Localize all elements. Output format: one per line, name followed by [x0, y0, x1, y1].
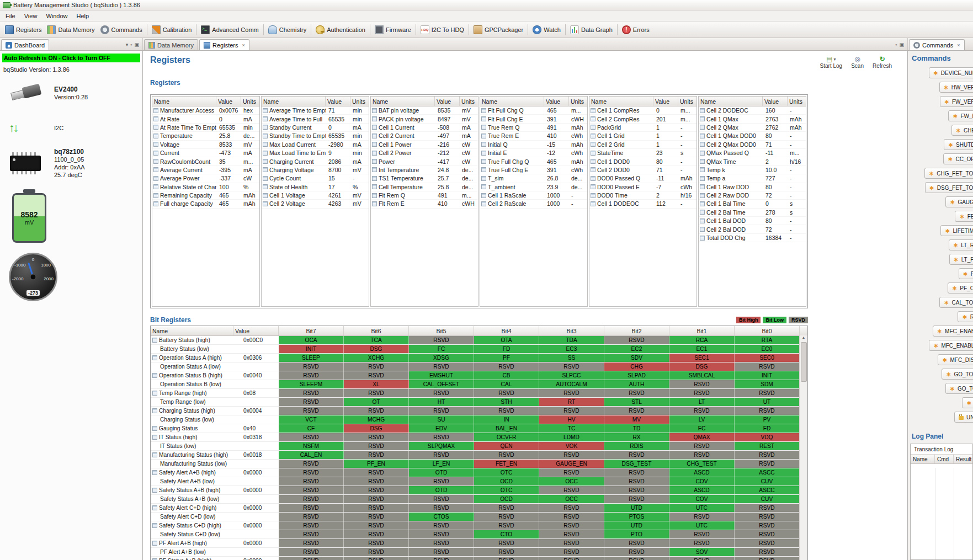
command-fet-en[interactable]: FET_EN — [955, 211, 973, 222]
register-row[interactable]: Full charge Capacity465mAh — [152, 200, 259, 208]
register-row[interactable]: Cell 1 DODEOC112- — [589, 200, 696, 208]
register-row[interactable]: Charging Voltage8700mV — [262, 166, 369, 174]
register-row[interactable]: Cell 2 QMax2762mAh — [699, 124, 806, 132]
bit-register-row[interactable]: Operation Status A (high)0x0306SLEEPXCHG… — [151, 354, 807, 362]
register-row[interactable]: Int Temperature24.8de... — [371, 166, 478, 174]
bit-register-row[interactable]: Charging Status (low)VCTMCHGSUINHVMVLVPV — [151, 415, 807, 424]
bit-register-row[interactable]: Safety Status C+D (low)RSVDRSVDRSVDCTORS… — [151, 530, 807, 539]
register-row[interactable]: Average Power-337cW — [152, 174, 259, 183]
bit-register-row[interactable]: PF Alert A+B (low)RSVDRSVDRSVDRSVDRSVDRS… — [151, 548, 807, 557]
register-row[interactable]: Relative State of Charge100% — [152, 183, 259, 191]
bit-register-row[interactable]: Gauging Status0x40CFDSGEDVBAL_ENTCTDFCFD — [151, 424, 807, 433]
menu-item-view[interactable]: View — [20, 12, 42, 20]
bit-register-row[interactable]: PF Alert A+B (high)0x0000RSVDRSVDRSVDRSV… — [151, 539, 807, 548]
toolbar-item-authentication[interactable]: Authentication — [313, 24, 368, 36]
close-icon[interactable]: × — [242, 42, 245, 48]
register-row[interactable]: Average Current-395mA — [152, 166, 259, 174]
command-chg-fet-toggle[interactable]: CHG_FET_TOGGLE — [924, 168, 973, 179]
command-fw-version[interactable]: FW_VERSION — [940, 96, 973, 107]
register-row[interactable]: Total DOD Chg16384- — [699, 234, 806, 242]
toolbar-item-i2c-to-hdq[interactable]: I2C To HDQ — [418, 24, 467, 36]
minimize-icon[interactable]: ▫ — [130, 42, 132, 47]
register-row[interactable]: At Rate Time To Empty65535min — [152, 124, 259, 132]
register-row[interactable]: Cell 2 Grid1- — [589, 141, 696, 149]
toolbar-item-data-graph[interactable]: Data Graph — [567, 24, 615, 36]
tab-commands[interactable]: Commands × — [909, 39, 965, 50]
register-row[interactable]: Voltage8533mV — [152, 141, 259, 149]
command-shutdown[interactable]: SHUTDOWN — [944, 139, 973, 150]
register-row[interactable]: True Full Chg E391cWh — [480, 166, 587, 174]
command-go-to-hdq[interactable]: GO_TO_HDQ — [942, 369, 973, 380]
command-cc-offset[interactable]: CC_OFFSET — [943, 153, 973, 164]
toolbar-item-advanced-comm[interactable]: Advanced Comm — [198, 24, 261, 36]
command-lt-reset[interactable]: LT_RESET — [949, 239, 973, 250]
command-mfc-disable[interactable]: MFC_DISABLE — [938, 354, 973, 365]
bit-register-row[interactable]: Charging Status (high)0x0004RSVDRSVDRSVD… — [151, 407, 807, 415]
bit-register-row[interactable]: Safety Alert C+D (high)0x0000RSVDRSVDRSV… — [151, 504, 807, 513]
bit-register-row[interactable]: Safety Status A+B (low)RSVDRSVDRSVDOCDOC… — [151, 495, 807, 504]
register-row[interactable]: Cell 1 QMax2763mAh — [699, 115, 806, 123]
command-unseal[interactable]: UNSEAL — [954, 412, 973, 423]
menu-item-file[interactable]: File — [1, 12, 20, 20]
register-row[interactable]: Power-417cW — [371, 157, 478, 166]
register-row[interactable]: DOD0 Time2h/16 — [589, 191, 696, 200]
register-row[interactable]: Initial Q-15mAh — [480, 141, 587, 149]
minimize-icon[interactable]: ▫ — [895, 42, 897, 47]
register-row[interactable]: T_ambient23.9de... — [480, 183, 587, 191]
register-row[interactable]: True Full Chg Q465mAh — [480, 157, 587, 166]
caret-down-icon[interactable]: ▾ — [834, 57, 836, 62]
register-row[interactable]: Temp a727- — [699, 174, 806, 183]
register-row[interactable]: Manufacturer Access0x0076hex — [152, 106, 259, 115]
tab-data-memory[interactable]: Data Memory — [144, 39, 198, 50]
register-row[interactable]: Cell 2 Bal DOD72- — [699, 225, 806, 233]
toolbar-item-firmware[interactable]: Firmware — [372, 24, 414, 36]
toolbar-item-data-memory[interactable]: Data Memory — [44, 24, 97, 36]
register-row[interactable]: Cell 1 QMax DOD080- — [699, 132, 806, 140]
register-row[interactable]: Cell 2 DODEOC160- — [699, 106, 806, 115]
register-row[interactable]: Cell 2 Current-497mA — [371, 132, 478, 140]
register-row[interactable]: QMax Passed Q-11m... — [699, 149, 806, 157]
menu-item-help[interactable]: Help — [72, 12, 94, 20]
register-row[interactable]: Cell 1 Current-508mA — [371, 124, 478, 132]
maximize-icon[interactable]: ▣ — [899, 42, 904, 47]
bit-register-row[interactable]: Battery Status (high)0x00C0OCATCARSVDOTA… — [151, 336, 807, 345]
register-row[interactable]: State of Health17% — [262, 183, 369, 191]
register-row[interactable]: T_sim26.8de... — [480, 174, 587, 183]
bit-register-row[interactable]: Safety Alert C+D (low)RSVDRSVDCTOSRSVDRS… — [151, 513, 807, 521]
register-row[interactable]: Cell 1 RaScale1000- — [480, 191, 587, 200]
command-dsg-fet-toggle[interactable]: DSG_FET_TOGGLE — [925, 182, 973, 193]
menu-item-window[interactable]: Window — [41, 12, 72, 20]
action-start-log[interactable]: ▤▾Start Log — [820, 55, 843, 69]
command-mfc-enable-a[interactable]: MFC_ENABLE_A — [933, 326, 973, 337]
register-row[interactable]: Cell 2 CompRes201m... — [589, 115, 696, 123]
register-row[interactable]: TS1 Temperature25.7de... — [371, 174, 478, 183]
register-row[interactable]: PackGrid1- — [589, 124, 696, 132]
register-row[interactable]: Max Load Current-2980mA — [262, 141, 369, 149]
command-seal[interactable]: SEAL — [962, 397, 973, 408]
command-pf-en[interactable]: PF_EN — [959, 268, 973, 279]
register-row[interactable]: Cell 2 Raw DOD72- — [699, 191, 806, 200]
bit-register-row[interactable]: Temp Range (low)RSVDOTHTSTHRTSTLLTUT — [151, 398, 807, 407]
register-row[interactable]: Cell 1 DOD080- — [589, 157, 696, 166]
command-reset[interactable]: RESET — [958, 311, 973, 322]
action-refresh[interactable]: ↻Refresh — [873, 55, 892, 69]
bit-register-row[interactable]: Operation Status B (high)0x0040RSVDRSVDE… — [151, 371, 807, 380]
bit-register-row[interactable]: IT Status (low)NSFMRSVDSLPQMAXQENVOKRDIS… — [151, 442, 807, 451]
register-row[interactable]: Average Time to Full65535min — [262, 115, 369, 123]
register-row[interactable]: Cell Temperature25.8de... — [371, 183, 478, 191]
register-row[interactable]: True Rem E410cWh — [480, 132, 587, 140]
register-row[interactable]: Cell 1 Bal DOD80- — [699, 217, 806, 225]
register-row[interactable]: Remaining Capacity465mAh — [152, 191, 259, 200]
register-row[interactable]: PACK pin voltage8497mV — [371, 115, 478, 123]
toolbar-item-commands[interactable]: Commands — [98, 24, 145, 36]
toolbar-item-gpcpackager[interactable]: GPCPackager — [471, 24, 526, 36]
scroll-up-icon[interactable]: ▲ — [802, 335, 806, 339]
command-lifetime-en[interactable]: LIFETIME_EN — [940, 225, 973, 236]
register-row[interactable]: True Rem Q491mAh — [480, 124, 587, 132]
register-row[interactable]: Cell 2 Power-212cW — [371, 149, 478, 157]
maximize-icon[interactable]: ▣ — [134, 42, 139, 47]
register-row[interactable]: StateTime23s — [589, 149, 696, 157]
command-hw-version[interactable]: HW_VERSION — [939, 82, 973, 93]
register-row[interactable]: Initial E-12cWh — [480, 149, 587, 157]
bit-register-row[interactable]: Manufacturing Status (high)0x0018CAL_ENR… — [151, 451, 807, 460]
